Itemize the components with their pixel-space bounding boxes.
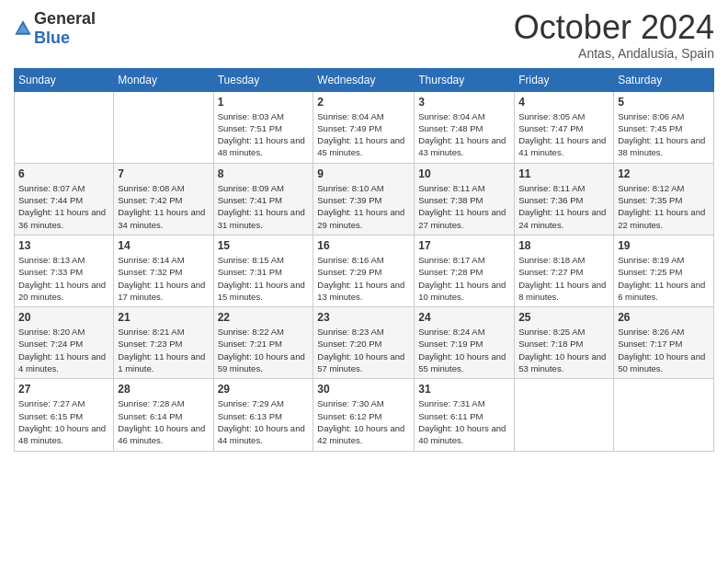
calendar-cell: 26Sunrise: 8:26 AMSunset: 7:17 PMDayligh… xyxy=(614,307,714,379)
calendar-header-friday: Friday xyxy=(515,68,614,91)
day-number: 29 xyxy=(218,383,310,396)
day-info: Sunrise: 8:15 AMSunset: 7:31 PMDaylight:… xyxy=(218,254,310,303)
calendar-cell: 2Sunrise: 8:04 AMSunset: 7:49 PMDaylight… xyxy=(313,91,415,163)
day-number: 1 xyxy=(218,96,310,109)
day-info: Sunrise: 8:09 AMSunset: 7:41 PMDaylight:… xyxy=(218,182,310,231)
calendar-cell: 3Sunrise: 8:04 AMSunset: 7:48 PMDaylight… xyxy=(415,91,515,163)
day-info: Sunrise: 8:07 AMSunset: 7:44 PMDaylight:… xyxy=(18,182,109,231)
calendar-cell: 15Sunrise: 8:15 AMSunset: 7:31 PMDayligh… xyxy=(213,235,313,306)
day-info: Sunrise: 8:11 AMSunset: 7:38 PMDaylight:… xyxy=(418,182,510,231)
calendar-cell: 17Sunrise: 8:17 AMSunset: 7:28 PMDayligh… xyxy=(415,235,515,306)
day-info: Sunrise: 8:23 AMSunset: 7:20 PMDaylight:… xyxy=(317,326,410,374)
logo-icon xyxy=(14,19,32,38)
calendar-cell: 8Sunrise: 8:09 AMSunset: 7:41 PMDaylight… xyxy=(213,163,313,235)
month-title: October 2024 xyxy=(514,9,714,46)
calendar-cell: 14Sunrise: 8:14 AMSunset: 7:32 PMDayligh… xyxy=(114,235,213,306)
calendar-cell: 30Sunrise: 7:30 AMSunset: 6:12 PMDayligh… xyxy=(313,379,415,451)
calendar-cell xyxy=(614,379,714,451)
day-info: Sunrise: 8:20 AMSunset: 7:24 PMDaylight:… xyxy=(18,326,109,374)
calendar-cell: 29Sunrise: 7:29 AMSunset: 6:13 PMDayligh… xyxy=(213,379,313,451)
day-number: 21 xyxy=(118,311,209,324)
day-number: 31 xyxy=(418,383,510,396)
day-info: Sunrise: 8:21 AMSunset: 7:23 PMDaylight:… xyxy=(118,326,209,374)
calendar-cell: 7Sunrise: 8:08 AMSunset: 7:42 PMDaylight… xyxy=(114,163,213,235)
calendar-cell: 5Sunrise: 8:06 AMSunset: 7:45 PMDaylight… xyxy=(614,91,714,163)
calendar-cell: 21Sunrise: 8:21 AMSunset: 7:23 PMDayligh… xyxy=(114,307,213,379)
calendar-cell: 23Sunrise: 8:23 AMSunset: 7:20 PMDayligh… xyxy=(313,307,415,379)
day-info: Sunrise: 8:12 AMSunset: 7:35 PMDaylight:… xyxy=(618,182,710,231)
day-number: 14 xyxy=(118,239,209,252)
calendar-cell: 18Sunrise: 8:18 AMSunset: 7:27 PMDayligh… xyxy=(515,235,614,306)
day-number: 16 xyxy=(317,239,410,252)
day-info: Sunrise: 8:14 AMSunset: 7:32 PMDaylight:… xyxy=(118,254,209,303)
calendar-cell: 6Sunrise: 8:07 AMSunset: 7:44 PMDaylight… xyxy=(15,163,114,235)
calendar-table: SundayMondayTuesdayWednesdayThursdayFrid… xyxy=(14,68,714,452)
day-number: 17 xyxy=(418,239,510,252)
day-info: Sunrise: 8:16 AMSunset: 7:29 PMDaylight:… xyxy=(317,254,410,303)
calendar-cell xyxy=(15,91,114,163)
calendar-week-row: 20Sunrise: 8:20 AMSunset: 7:24 PMDayligh… xyxy=(15,307,714,379)
day-info: Sunrise: 8:04 AMSunset: 7:49 PMDaylight:… xyxy=(317,110,410,159)
calendar-cell: 4Sunrise: 8:05 AMSunset: 7:47 PMDaylight… xyxy=(515,91,614,163)
day-info: Sunrise: 7:30 AMSunset: 6:12 PMDaylight:… xyxy=(317,397,410,446)
calendar-cell: 16Sunrise: 8:16 AMSunset: 7:29 PMDayligh… xyxy=(313,235,415,306)
day-info: Sunrise: 7:28 AMSunset: 6:14 PMDaylight:… xyxy=(118,397,209,446)
calendar-body: 1Sunrise: 8:03 AMSunset: 7:51 PMDaylight… xyxy=(15,91,714,451)
calendar-cell xyxy=(515,379,614,451)
day-number: 10 xyxy=(418,167,510,180)
calendar-header-sunday: Sunday xyxy=(15,68,114,91)
calendar-header-wednesday: Wednesday xyxy=(313,68,415,91)
logo-text-blue: Blue xyxy=(34,29,70,47)
calendar-cell: 9Sunrise: 8:10 AMSunset: 7:39 PMDaylight… xyxy=(313,163,415,235)
day-info: Sunrise: 8:22 AMSunset: 7:21 PMDaylight:… xyxy=(218,326,310,374)
calendar-cell xyxy=(114,91,213,163)
calendar-header-thursday: Thursday xyxy=(415,68,515,91)
day-number: 4 xyxy=(518,96,609,109)
day-number: 6 xyxy=(18,167,109,180)
day-info: Sunrise: 7:29 AMSunset: 6:13 PMDaylight:… xyxy=(218,397,310,446)
day-number: 13 xyxy=(18,239,109,252)
calendar-header-monday: Monday xyxy=(114,68,213,91)
calendar-header-row: SundayMondayTuesdayWednesdayThursdayFrid… xyxy=(15,68,714,91)
calendar-cell: 11Sunrise: 8:11 AMSunset: 7:36 PMDayligh… xyxy=(515,163,614,235)
logo: General Blue xyxy=(14,9,96,48)
day-number: 26 xyxy=(618,311,710,324)
day-info: Sunrise: 8:06 AMSunset: 7:45 PMDaylight:… xyxy=(618,110,710,159)
day-info: Sunrise: 8:08 AMSunset: 7:42 PMDaylight:… xyxy=(118,182,209,231)
day-number: 23 xyxy=(317,311,410,324)
day-number: 3 xyxy=(418,96,510,109)
calendar-cell: 13Sunrise: 8:13 AMSunset: 7:33 PMDayligh… xyxy=(15,235,114,306)
day-number: 9 xyxy=(317,167,410,180)
day-number: 12 xyxy=(618,167,710,180)
day-number: 8 xyxy=(218,167,310,180)
calendar-week-row: 1Sunrise: 8:03 AMSunset: 7:51 PMDaylight… xyxy=(15,91,714,163)
logo-text-general: General xyxy=(34,9,96,28)
day-number: 19 xyxy=(618,239,710,252)
day-number: 25 xyxy=(518,311,609,324)
day-number: 30 xyxy=(317,383,410,396)
calendar-cell: 20Sunrise: 8:20 AMSunset: 7:24 PMDayligh… xyxy=(15,307,114,379)
day-number: 22 xyxy=(218,311,310,324)
title-block: October 2024 Antas, Andalusia, Spain xyxy=(514,9,714,61)
calendar-cell: 22Sunrise: 8:22 AMSunset: 7:21 PMDayligh… xyxy=(213,307,313,379)
calendar-header-tuesday: Tuesday xyxy=(213,68,313,91)
calendar-cell: 27Sunrise: 7:27 AMSunset: 6:15 PMDayligh… xyxy=(15,379,114,451)
day-number: 7 xyxy=(118,167,209,180)
day-info: Sunrise: 8:03 AMSunset: 7:51 PMDaylight:… xyxy=(218,110,310,159)
calendar-header-saturday: Saturday xyxy=(614,68,714,91)
day-info: Sunrise: 8:11 AMSunset: 7:36 PMDaylight:… xyxy=(518,182,609,231)
day-number: 15 xyxy=(218,239,310,252)
day-info: Sunrise: 8:17 AMSunset: 7:28 PMDaylight:… xyxy=(418,254,510,303)
calendar-cell: 31Sunrise: 7:31 AMSunset: 6:11 PMDayligh… xyxy=(415,379,515,451)
day-number: 11 xyxy=(518,167,609,180)
day-number: 20 xyxy=(18,311,109,324)
day-info: Sunrise: 8:04 AMSunset: 7:48 PMDaylight:… xyxy=(418,110,510,159)
day-info: Sunrise: 8:26 AMSunset: 7:17 PMDaylight:… xyxy=(618,326,710,374)
calendar-cell: 1Sunrise: 8:03 AMSunset: 7:51 PMDaylight… xyxy=(213,91,313,163)
page-container: General Blue October 2024 Antas, Andalus… xyxy=(0,0,728,563)
day-number: 27 xyxy=(18,383,109,396)
day-info: Sunrise: 8:19 AMSunset: 7:25 PMDaylight:… xyxy=(618,254,710,303)
day-info: Sunrise: 8:25 AMSunset: 7:18 PMDaylight:… xyxy=(518,326,609,374)
calendar-cell: 19Sunrise: 8:19 AMSunset: 7:25 PMDayligh… xyxy=(614,235,714,306)
day-number: 5 xyxy=(618,96,710,109)
